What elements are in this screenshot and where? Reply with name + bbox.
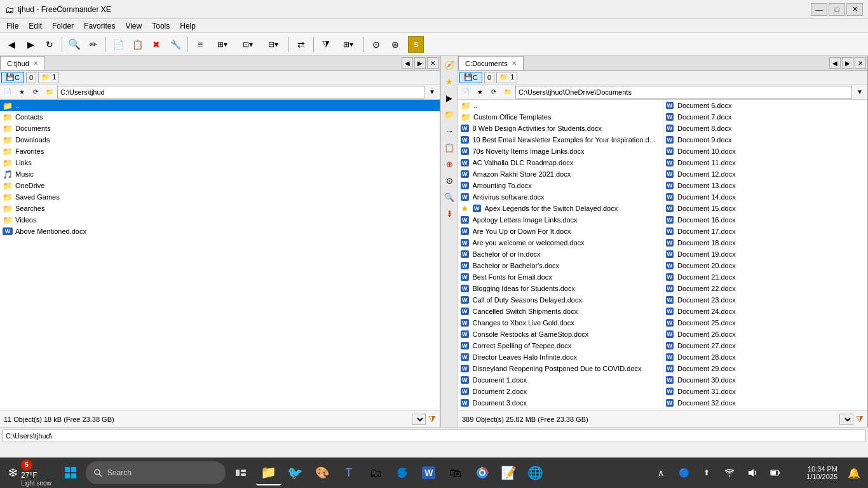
mid-search-icon[interactable]: 🔍 <box>442 189 457 205</box>
list-item[interactable]: W Document 30.docx <box>663 374 868 386</box>
right-addr-copy[interactable]: 📄 <box>459 86 472 98</box>
right-tab-close[interactable]: ✕ <box>512 60 517 67</box>
right-addr-dropdown[interactable]: ▼ <box>853 86 866 98</box>
menu-help[interactable]: Help <box>176 20 200 32</box>
left-pane-close[interactable]: ✕ <box>427 57 438 69</box>
list-item[interactable]: W Document 7.docx <box>663 111 868 123</box>
list-item[interactable]: W 10 Best Email Newsletter Examples for … <box>458 134 663 146</box>
right-pane-tab[interactable]: C:Documents ✕ <box>458 56 524 70</box>
list-item[interactable]: W AC Valhalla DLC Roadmap.docx <box>458 157 663 168</box>
taskbar-teams[interactable]: T <box>336 460 362 485</box>
close-button[interactable]: ✕ <box>846 3 863 16</box>
list-item[interactable]: W Document 32.docx <box>663 397 868 409</box>
mid-copy-right[interactable]: 📋 <box>442 140 457 155</box>
tray-expand-button[interactable]: ∧ <box>651 463 671 483</box>
taskbar-weather-app[interactable]: 🌐 <box>523 460 548 485</box>
list-item[interactable]: W Document 21.docx <box>663 271 868 283</box>
list-item[interactable]: W Above Mentioned.docx <box>0 226 440 237</box>
menu-folder[interactable]: Folder <box>48 20 78 32</box>
mid-nav-button[interactable]: 🧭 <box>442 57 457 72</box>
notification-center[interactable]: 🔔 <box>844 463 864 483</box>
list-item[interactable]: W Document 12.docx <box>663 168 868 180</box>
left-tab-close[interactable]: ✕ <box>33 60 38 67</box>
left-address-input[interactable] <box>57 86 424 98</box>
list-item[interactable]: 📁 Documents <box>0 123 440 134</box>
right-pane-scroll-left[interactable]: ◀ <box>829 57 841 69</box>
taskbar-edge[interactable] <box>390 460 415 485</box>
list-item[interactable]: 📁 Searches <box>0 203 440 214</box>
list-item[interactable]: W Document 18.docx <box>663 237 868 248</box>
list-item[interactable]: W Document 13.docx <box>663 180 868 191</box>
tray-battery[interactable] <box>765 463 785 483</box>
list-item[interactable]: W Document 19.docx <box>663 248 868 260</box>
list-item[interactable]: W Amounting To.docx <box>458 180 663 191</box>
list-item[interactable]: W Bachelor of or In.docx <box>458 248 663 260</box>
list-item[interactable]: W Document 3.docx <box>458 397 663 409</box>
task-view-button[interactable] <box>228 460 254 485</box>
minimize-button[interactable]: — <box>811 3 827 16</box>
mid-ops-button[interactable]: ⊕ <box>442 156 457 172</box>
view-details-button[interactable]: ⊞▾ <box>210 36 234 53</box>
list-item[interactable]: W Document 27.docx <box>663 340 868 351</box>
list-item[interactable]: W Document 26.docx <box>663 329 868 340</box>
left-pane-scroll-left[interactable]: ◀ <box>402 57 413 69</box>
list-item[interactable]: W 8 Web Design Activities for Students.d… <box>458 123 663 134</box>
mid-arrow-right[interactable]: → <box>442 123 457 139</box>
list-item[interactable]: W Document 8.docx <box>663 123 868 134</box>
tray-volume[interactable] <box>742 463 763 483</box>
right-filter-icon[interactable]: ⧩ <box>856 414 864 424</box>
right-addr-bookmark[interactable]: ★ <box>473 86 486 98</box>
list-item[interactable]: W Document 2.docx <box>458 386 663 397</box>
mid-copy-folder[interactable]: 📁 <box>442 107 457 122</box>
right-pane-close[interactable]: ✕ <box>855 57 866 69</box>
list-item[interactable]: W Changes to Xbox Live Gold.docx <box>458 317 663 329</box>
left-pane-tab[interactable]: C:tjhud ✕ <box>0 56 45 70</box>
list-item[interactable]: W Call of Duty Seasons Delayed.docx <box>458 294 663 306</box>
list-item[interactable]: W Document 6.docx <box>663 100 868 111</box>
mid-right-button[interactable]: ▶ <box>442 90 457 105</box>
left-drive-count1[interactable]: 0 <box>26 72 36 83</box>
list-item[interactable]: W Document 22.docx <box>663 283 868 294</box>
back-button[interactable]: ◀ <box>3 36 20 53</box>
list-item[interactable]: W Best Fonts for Email.docx <box>458 271 663 283</box>
list-item[interactable]: W Document 31.docx <box>663 386 868 397</box>
list-item[interactable]: W Antivirus software.docx <box>458 191 663 203</box>
list-item[interactable]: W Bachelor or Bachelor's.docx <box>458 260 663 271</box>
left-addr-copy[interactable]: 📄 <box>1 86 14 98</box>
taskbar-color-wheel-app[interactable]: 🎨 <box>309 460 335 485</box>
bookmark-button[interactable]: ⊛ <box>386 36 404 53</box>
edit-button[interactable]: ✏ <box>85 36 102 53</box>
maximize-button[interactable]: □ <box>829 3 845 16</box>
target-button[interactable]: ⊙ <box>367 36 385 53</box>
taskbar-explorer2[interactable]: 🗂 <box>363 460 388 485</box>
right-address-input[interactable] <box>515 86 852 98</box>
command-input[interactable] <box>3 430 865 442</box>
list-item[interactable]: W Director Leaves Halo Infinite.docx <box>458 351 663 363</box>
layout-button[interactable]: ⊞▾ <box>336 36 360 53</box>
list-item[interactable]: ★ W Apex Legends for the Switch Delayed.… <box>458 203 663 214</box>
list-item[interactable]: W Blogging Ideas for Students.docx <box>458 283 663 294</box>
start-button[interactable] <box>58 460 83 485</box>
taskbar-chrome[interactable] <box>470 460 495 485</box>
list-item[interactable]: W Document 28.docx <box>663 351 868 363</box>
taskbar-word[interactable]: W <box>416 460 442 485</box>
left-pane-scroll-right[interactable]: ▶ <box>414 57 426 69</box>
left-addr-bookmark[interactable]: ★ <box>15 86 28 98</box>
search-button[interactable]: 🔍 <box>65 36 83 53</box>
copy-button[interactable]: 📄 <box>109 36 127 53</box>
list-item[interactable]: W Disneyland Reopening Postponed Due to … <box>458 363 663 374</box>
taskbar-notes[interactable]: 📝 <box>496 460 522 485</box>
left-filter-icon[interactable]: ⧩ <box>428 414 436 424</box>
right-filter-dropdown[interactable] <box>839 414 853 425</box>
taskbar-bird-app[interactable]: 🐦 <box>283 460 308 485</box>
list-item[interactable]: W Apology Letters Image Links.docx <box>458 214 663 226</box>
list-item[interactable]: W Document 17.docx <box>663 226 868 237</box>
list-item[interactable]: 📁 .. <box>0 100 440 111</box>
list-item[interactable]: 📁 Videos <box>0 214 440 226</box>
list-item[interactable]: W Document 16.docx <box>663 214 868 226</box>
mid-ops2-button[interactable]: ⊙ <box>442 173 457 188</box>
list-item[interactable]: 📁 Downloads <box>0 134 440 146</box>
list-item[interactable]: W Correct Spelling of Teepee.docx <box>458 340 663 351</box>
list-item[interactable]: W Amazon Rakhi Store 2021.docx <box>458 168 663 180</box>
right-drive-count2[interactable]: 📁 1 <box>496 72 517 83</box>
